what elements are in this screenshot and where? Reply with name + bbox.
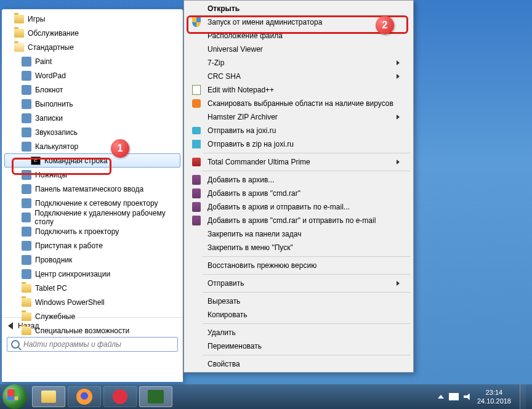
folder-icon — [14, 15, 24, 23]
start-item[interactable]: Игры — [2, 12, 183, 26]
context-menu-item[interactable]: Вырезать — [185, 294, 412, 308]
back-arrow-icon — [8, 322, 13, 330]
app-icon — [22, 71, 31, 81]
start-item[interactable]: Подключение к удаленному рабочему столу — [2, 210, 183, 224]
tray-clock[interactable]: 23:14 24.10.2018 — [477, 388, 511, 405]
context-menu-item[interactable]: Открыть — [185, 2, 412, 15]
context-menu-item[interactable]: Добавить в архив... — [185, 173, 412, 187]
context-menu-item[interactable]: Удалить — [185, 326, 412, 339]
taskbar-explorer[interactable] — [32, 386, 65, 407]
start-item-label: Панель математического ввода — [35, 185, 143, 193]
context-menu-item[interactable]: Запуск от имени администратора — [185, 15, 412, 29]
context-menu-label: Закрепить в меню "Пуск" — [208, 243, 400, 252]
start-item[interactable]: Подключить к проектору — [2, 224, 183, 238]
joxi-icon — [192, 127, 201, 134]
submenu-arrow-icon — [397, 74, 400, 79]
context-menu-label: Переименовать — [208, 342, 400, 350]
context-menu-item[interactable]: Отправить на joxi.ru — [185, 124, 412, 137]
context-menu-item[interactable]: Добавить в архив и отправить по e-mail..… — [185, 200, 412, 214]
show-desktop-button[interactable] — [520, 384, 526, 409]
start-item-label: Обслуживание — [28, 29, 79, 38]
menu-icon-slot — [190, 127, 203, 134]
start-item[interactable]: c:Командная строка — [4, 153, 180, 168]
tray-show-hidden-icon[interactable] — [438, 395, 444, 399]
start-item[interactable]: Стандартные — [2, 40, 183, 54]
context-menu-item[interactable]: Добавить в архив "cmd.rar" и отправить п… — [185, 214, 412, 227]
menu-separator — [203, 323, 411, 324]
action-center-icon[interactable] — [449, 393, 459, 400]
context-menu-item[interactable]: Добавить в архив "cmd.rar" — [185, 187, 412, 200]
start-item[interactable]: Звукозапись — [2, 125, 183, 139]
context-menu-label: Добавить в архив "cmd.rar" и отправить п… — [208, 216, 400, 225]
app-icon — [22, 99, 31, 109]
context-menu-item[interactable]: Переименовать — [185, 339, 412, 353]
menu-separator — [203, 256, 411, 257]
start-item[interactable]: Панель математического ввода — [2, 182, 183, 196]
context-menu-item[interactable]: Расположение файла — [185, 29, 412, 43]
volume-icon[interactable] — [464, 392, 472, 401]
winrar-icon — [192, 216, 201, 225]
start-item[interactable]: Windows PowerShell — [2, 295, 183, 309]
context-menu-item[interactable]: Отправить — [185, 277, 412, 290]
menu-icon-slot — [190, 99, 203, 108]
context-menu-item[interactable]: Закрепить в меню "Пуск" — [185, 241, 412, 254]
start-item-label: Проводник — [35, 256, 72, 264]
submenu-arrow-icon — [397, 115, 400, 119]
menu-separator — [203, 171, 411, 171]
context-menu-item[interactable]: Universal Viewer — [185, 43, 412, 56]
start-item[interactable]: WordPad — [2, 68, 183, 83]
avast-icon — [192, 99, 201, 108]
start-item-label: Подключение к сетевому проектору — [35, 199, 158, 208]
context-menu-item[interactable]: Отправить в zip на joxi.ru — [185, 137, 412, 151]
taskbar-firefox[interactable] — [68, 386, 101, 407]
context-menu-item[interactable]: Total Commander Ultima Prime — [185, 155, 412, 169]
menu-icon-slot — [190, 17, 203, 27]
folder-icon — [14, 29, 24, 38]
menu-icon-slot — [190, 140, 203, 148]
shield-icon — [192, 17, 201, 27]
taskbar-opera[interactable] — [103, 386, 137, 407]
search-box[interactable] — [7, 337, 178, 352]
app-icon — [22, 198, 31, 208]
taskbar-app-green[interactable] — [139, 386, 172, 407]
start-item[interactable]: Ножницы — [2, 168, 183, 182]
context-menu-item[interactable]: 7-Zip — [185, 56, 412, 70]
taskbar: 23:14 24.10.2018 — [0, 384, 532, 409]
context-menu-label: Свойства — [208, 360, 400, 368]
cmd-icon: c: — [31, 156, 41, 165]
submenu-arrow-icon — [397, 160, 400, 164]
opera-icon — [113, 389, 127, 404]
menu-separator — [203, 153, 411, 153]
search-input[interactable] — [23, 340, 174, 349]
start-item[interactable]: Paint — [2, 54, 183, 68]
start-item[interactable]: Калькулятор — [2, 139, 183, 153]
start-button[interactable] — [2, 384, 27, 409]
folder-icon — [22, 312, 31, 321]
tray-date: 24.10.2018 — [477, 397, 511, 405]
start-item-label: Специальные возможности — [35, 326, 129, 335]
context-menu-item[interactable]: Копировать — [185, 308, 412, 322]
start-item[interactable]: Блокнот — [2, 83, 183, 97]
context-menu-label: Вырезать — [208, 297, 400, 306]
context-menu-item[interactable]: Закрепить на панели задач — [185, 227, 412, 241]
start-item[interactable]: Выполнить — [2, 97, 183, 111]
start-item-label: Tablet PC — [35, 284, 67, 293]
context-menu-item[interactable]: Сканировать выбранные области на наличие… — [185, 97, 412, 110]
start-item[interactable]: Записки — [2, 111, 183, 125]
start-item[interactable]: Обслуживание — [2, 26, 183, 40]
context-menu-item[interactable]: Восстановить прежнюю версию — [185, 259, 412, 272]
start-item[interactable]: Приступая к работе — [2, 238, 183, 253]
menu-icon-slot — [190, 158, 203, 166]
context-menu-item[interactable]: CRC SHA — [185, 70, 412, 83]
context-menu-item[interactable]: Hamster ZIP Archiver — [185, 110, 412, 124]
winrar-icon — [192, 202, 201, 212]
context-menu-item[interactable]: Edit with Notepad++ — [185, 83, 412, 97]
start-item-label: Ножницы — [35, 171, 67, 179]
context-menu-label: Отправить — [208, 279, 392, 288]
winrar-icon — [192, 175, 201, 185]
start-item[interactable]: Центр синхронизации — [2, 267, 183, 281]
start-item[interactable]: Tablet PC — [2, 281, 183, 295]
context-menu-item[interactable]: Свойства — [185, 357, 412, 371]
start-item-label: Блокнот — [35, 86, 63, 94]
start-item[interactable]: Проводник — [2, 253, 183, 267]
